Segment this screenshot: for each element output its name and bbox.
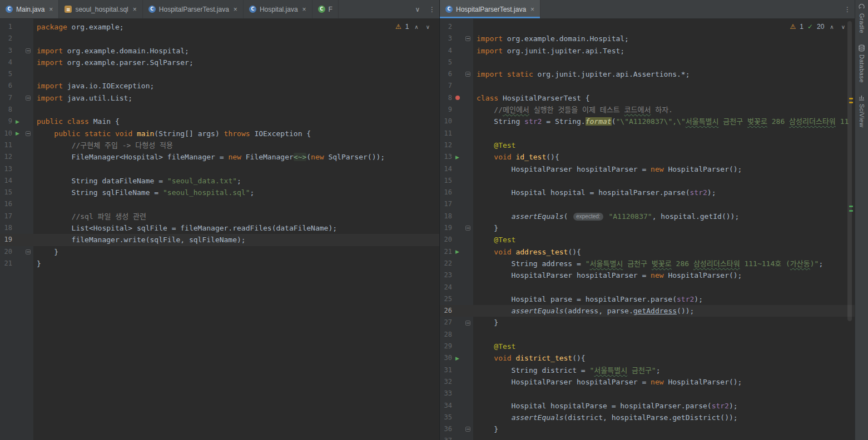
line-number[interactable]: 37 — [440, 435, 452, 440]
code-text[interactable]: import org.example.parser.SqlParser; — [33, 57, 439, 68]
fold-marker-icon[interactable] — [463, 423, 473, 435]
code-text[interactable] — [33, 68, 439, 80]
line-number[interactable]: 31 — [440, 364, 452, 376]
fold-marker-icon[interactable] — [23, 45, 33, 57]
code-line[interactable]: 30▶ void district_test(){ — [440, 352, 855, 364]
code-line[interactable]: 12 @Test — [440, 139, 855, 151]
next-problem-button[interactable]: ∨ — [424, 24, 431, 30]
code-text[interactable]: fileManager.write(sqlFile, sqlFileName); — [33, 234, 439, 246]
right-inspection-widget[interactable]: ⚠1 ✓20 ∧ ∨ — [790, 23, 847, 31]
line-number[interactable]: 10 — [0, 128, 12, 139]
code-text[interactable]: import org.example.domain.Hospital; — [473, 33, 855, 44]
code-text[interactable]: assertEquals( expected: "A1120837", hosp… — [473, 211, 855, 222]
line-number[interactable]: 21 — [440, 246, 452, 258]
tab-close-icon[interactable]: × — [530, 6, 534, 13]
code-text[interactable]: void address_test(){ — [473, 246, 855, 258]
code-text[interactable]: void id_test(){ — [473, 151, 855, 163]
tab-close-icon[interactable]: × — [133, 6, 137, 13]
error-stripe-mark[interactable] — [849, 206, 853, 207]
error-stripe-mark[interactable] — [849, 102, 853, 103]
fold-marker-icon[interactable] — [463, 68, 473, 80]
code-line[interactable]: 20 } — [0, 246, 439, 258]
run-test-icon[interactable]: ▶ — [452, 151, 463, 163]
code-text[interactable]: //메인에서 실행한 것들을 이제 테스트 코드에서 하자. — [473, 104, 855, 116]
code-line[interactable]: 19 } — [440, 222, 855, 234]
code-text[interactable]: import org.example.domain.Hospital; — [33, 45, 439, 57]
line-number[interactable]: 5 — [0, 68, 12, 80]
line-number[interactable]: 15 — [0, 187, 12, 198]
next-problem-button[interactable]: ∨ — [840, 24, 847, 30]
run-test-icon[interactable]: ▶ — [12, 116, 23, 127]
code-line[interactable]: 13 — [0, 163, 439, 175]
code-text[interactable]: void district_test(){ — [473, 352, 855, 364]
left-inspection-widget[interactable]: ⚠1 ∧ ∨ — [395, 23, 431, 31]
line-number[interactable]: 22 — [440, 258, 452, 269]
code-line[interactable]: 29 @Test — [440, 341, 855, 352]
code-text[interactable]: HospitalParser hospitalParser = new Hosp… — [473, 376, 855, 388]
line-number[interactable]: 6 — [0, 80, 12, 92]
line-number[interactable]: 15 — [440, 175, 452, 187]
code-line[interactable]: 18 List<Hospital> sqlFile = fileManager.… — [0, 222, 439, 234]
code-line[interactable]: 33 — [440, 388, 855, 399]
line-number[interactable]: 1 — [0, 21, 12, 33]
code-line[interactable]: 7 — [440, 80, 855, 92]
line-number[interactable]: 8 — [0, 104, 12, 116]
line-number[interactable]: 29 — [440, 341, 452, 352]
code-line[interactable]: 5 — [0, 68, 439, 80]
run-class-icon[interactable] — [452, 92, 463, 104]
code-text[interactable]: String sqlFileName = "seoul_hospital.sql… — [33, 187, 439, 198]
code-text[interactable] — [473, 198, 855, 210]
code-line[interactable]: 36 } — [440, 423, 855, 435]
code-text[interactable]: assertEquals(district, hospitalParse.get… — [473, 412, 855, 423]
code-text[interactable]: FileManager<Hospital> fileManager = new … — [33, 151, 439, 163]
line-number[interactable]: 14 — [0, 175, 12, 187]
line-number[interactable]: 4 — [0, 57, 12, 68]
code-line[interactable]: 6import static org.junit.jupiter.api.Ass… — [440, 68, 855, 80]
tab-close-icon[interactable]: × — [302, 6, 306, 13]
tab-options-kebab-icon[interactable]: ⋮ — [425, 0, 439, 18]
line-number[interactable]: 23 — [440, 269, 452, 281]
line-number[interactable]: 20 — [0, 246, 12, 258]
tool-stripe-sciview[interactable]: SciView — [858, 94, 865, 127]
line-number[interactable]: 3 — [0, 45, 12, 57]
code-text[interactable]: String district = "서울특별시 금천구"; — [473, 364, 855, 376]
code-text[interactable]: HospitalParser hospitalParser = new Hosp… — [473, 269, 855, 281]
code-text[interactable] — [33, 104, 439, 116]
code-line[interactable]: 37 — [440, 435, 855, 440]
code-text[interactable] — [473, 80, 855, 92]
prev-problem-button[interactable]: ∧ — [828, 24, 835, 30]
code-line[interactable]: 14 String dataFileName = "seoul_data.txt… — [0, 175, 439, 187]
line-number[interactable]: 20 — [440, 234, 452, 246]
line-number[interactable]: 11 — [440, 128, 452, 139]
right-editor[interactable]: 23import org.example.domain.Hospital;4im… — [440, 19, 855, 440]
run-test-icon[interactable]: ▶ — [12, 128, 23, 139]
line-number[interactable]: 32 — [440, 376, 452, 388]
line-number[interactable]: 17 — [440, 198, 452, 210]
warning-count[interactable]: 1 — [800, 23, 803, 31]
code-text[interactable]: public class Main { — [33, 116, 439, 127]
tool-stripe-database[interactable]: Database — [858, 44, 865, 83]
tab-seoul-hospital-sql[interactable]: ≡seoul_hospital.sql× — [59, 0, 142, 18]
code-line[interactable]: 35 assertEquals(district, hospitalParse.… — [440, 412, 855, 423]
code-line[interactable]: 10 String str2 = String.format("\"A11208… — [440, 116, 855, 127]
line-number[interactable]: 4 — [440, 45, 452, 57]
code-line[interactable]: 3import org.example.domain.Hospital; — [440, 33, 855, 44]
line-number[interactable]: 16 — [440, 187, 452, 198]
run-test-icon[interactable]: ▶ — [452, 246, 463, 258]
error-stripe-mark[interactable] — [849, 210, 853, 212]
code-text[interactable]: } — [33, 246, 439, 258]
fold-marker-icon[interactable] — [463, 317, 473, 328]
code-line[interactable]: 4import org.junit.jupiter.api.Test; — [440, 45, 855, 57]
code-line[interactable]: 17 — [440, 198, 855, 210]
code-text[interactable]: } — [33, 258, 439, 269]
fold-marker-icon[interactable] — [463, 222, 473, 234]
line-number[interactable]: 19 — [0, 234, 12, 246]
code-line[interactable]: 11 — [440, 128, 855, 139]
code-text[interactable]: import java.util.List; — [33, 92, 439, 104]
code-text[interactable]: Hospital hospital = hospitalParser.parse… — [473, 187, 855, 198]
code-line[interactable]: 20 @Test — [440, 234, 855, 246]
line-number[interactable]: 28 — [440, 329, 452, 341]
code-text[interactable]: import static org.junit.jupiter.api.Asse… — [473, 68, 855, 80]
line-number[interactable]: 6 — [440, 68, 452, 80]
line-number[interactable]: 12 — [440, 139, 452, 151]
